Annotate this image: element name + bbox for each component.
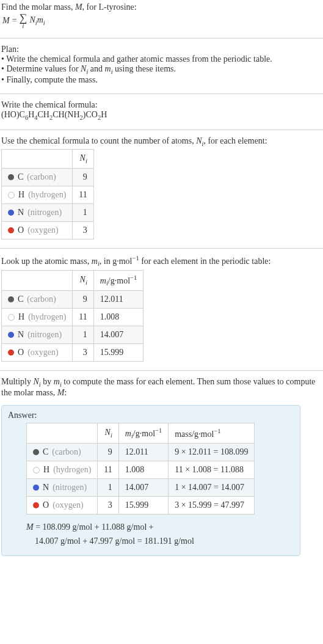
answer-table: Ni mi/g·mol−1 mass/g·mol−1 C (carbon) 9 … xyxy=(26,423,255,514)
plan2-m: m xyxy=(105,64,111,73)
count-N: N xyxy=(196,136,201,145)
el-sym: H xyxy=(18,190,24,200)
answer-label: Answer: xyxy=(8,411,294,420)
eq-N: N xyxy=(29,15,35,24)
element-cell: C (carbon) xyxy=(2,291,73,309)
el-sym: H xyxy=(18,312,24,322)
table-row: H (hydrogen) 11 xyxy=(2,186,94,204)
mul-N: N xyxy=(34,377,39,386)
cf-p2: H xyxy=(28,110,34,119)
oxygen-dot-icon xyxy=(8,227,14,233)
mi-header: mi/g·mol−1 xyxy=(93,270,143,290)
el-sym: H xyxy=(43,465,49,475)
mass-a: Look up the atomic mass, xyxy=(1,257,92,266)
final-b: 14.007 g/mol + 47.997 g/mol = 181.191 g/… xyxy=(35,536,194,546)
mass-line: Look up the atomic mass, mi, in g·mol−1 … xyxy=(1,255,322,267)
table-row: O (oxygen) 3 15.999 3 × 15.999 = 47.997 xyxy=(27,497,255,514)
hydrogen-dot-icon xyxy=(8,314,15,321)
atomic-mass-table: Ni mi/g·mol−1 C (carbon) 9 12.011 H (hyd… xyxy=(1,270,143,362)
h-mi-unit: /g·mol xyxy=(108,276,130,285)
ni-value: 1 xyxy=(98,479,118,497)
sigma-symbol: ∑ xyxy=(20,12,27,23)
table-header-row: Ni mi/g·mol−1 xyxy=(2,270,143,290)
divider xyxy=(0,93,323,94)
divider xyxy=(0,370,323,371)
carbon-dot-icon xyxy=(33,449,39,455)
nitrogen-dot-icon xyxy=(8,332,14,338)
mul-a: Multiply xyxy=(1,377,34,386)
chemical-formula-section: Write the chemical formula: (HO)C6H4CH2C… xyxy=(0,98,323,126)
ni-value: 1 xyxy=(73,204,93,222)
plan2-b: and xyxy=(88,64,104,73)
el-sym: O xyxy=(18,348,24,357)
table-row: H (hydrogen) 11 1.008 11 × 1.008 = 11.08… xyxy=(27,461,255,479)
el-name: (oxygen) xyxy=(53,500,84,510)
answer-content: Ni mi/g·mol−1 mass/g·mol−1 C (carbon) 9 … xyxy=(8,423,294,548)
sigma-icon: ∑ i xyxy=(20,12,27,29)
mass-value: 3 × 15.999 = 47.997 xyxy=(169,497,255,514)
plan-heading: Plan: xyxy=(1,45,322,54)
chemical-formula: (HO)C6H4CH2CH(NH2)CO2H xyxy=(1,110,322,121)
atomic-mass-section: Look up the atomic mass, mi, in g·mol−1 … xyxy=(0,252,323,367)
h-N: N xyxy=(80,153,85,163)
el-name: (nitrogen) xyxy=(27,208,62,218)
table-row: N (nitrogen) 1 14.007 1 × 14.007 = 14.00… xyxy=(27,479,255,497)
mass-header: mass/g·mol−1 xyxy=(169,423,255,443)
table-row: O (oxygen) 3 xyxy=(2,222,94,240)
ni-value: 3 xyxy=(73,344,93,362)
intro-line: Find the molar mass, M, for L-tyrosine: xyxy=(1,2,322,12)
element-cell: N (nitrogen) xyxy=(2,204,73,222)
cf-p4: CH(NH xyxy=(53,110,79,119)
mass-m: m xyxy=(92,257,98,266)
ni-value: 3 xyxy=(98,497,118,514)
cf-p6: H xyxy=(101,110,107,119)
mass-b: , in g·mol xyxy=(100,257,132,266)
eq-Ni-mi: Nimi xyxy=(29,15,45,26)
element-cell: N (nitrogen) xyxy=(2,326,73,344)
cf-p5: )CO xyxy=(83,110,98,119)
table-header-row: Ni mi/g·mol−1 mass/g·mol−1 xyxy=(27,423,255,443)
el-name: (carbon) xyxy=(52,447,81,457)
oxygen-dot-icon xyxy=(8,349,14,356)
mi-value: 15.999 xyxy=(118,497,168,514)
plan-section: Plan: • Write the chemical formula and g… xyxy=(0,42,323,90)
h-mi-unit: /g·mol xyxy=(133,429,155,438)
el-sym: C xyxy=(18,295,23,304)
intro-text-b: , for L-tyrosine: xyxy=(82,2,137,12)
mi-value: 12.011 xyxy=(118,444,168,461)
multiply-line: Multiply Ni by mi to compute the mass fo… xyxy=(1,377,322,398)
element-cell: H (hydrogen) xyxy=(2,186,73,204)
count-line: Use the chemical formula to count the nu… xyxy=(1,136,322,147)
el-name: (hydrogen) xyxy=(28,312,66,322)
cf-p3: CH xyxy=(38,110,49,119)
h-N-sub: i xyxy=(111,432,112,439)
plan-bullet-2: • Determine values for Ni and mi using t… xyxy=(1,64,322,75)
el-name: (oxygen) xyxy=(27,348,59,357)
answer-box: Answer: Ni mi/g·mol−1 mass/g·mol−1 C (ca… xyxy=(1,405,300,556)
h-m: m xyxy=(125,429,131,438)
el-sym: N xyxy=(43,483,49,492)
ni-value: 9 xyxy=(73,291,93,309)
divider xyxy=(0,38,323,38)
h-m: m xyxy=(100,276,106,285)
mass-c: for each element in the periodic table: xyxy=(139,257,271,266)
mi-value: 1.008 xyxy=(118,461,168,479)
mul-d: : xyxy=(64,388,67,397)
element-cell: C (carbon) xyxy=(27,444,98,461)
mul-M: M xyxy=(57,388,65,397)
el-name: (nitrogen) xyxy=(27,330,62,340)
el-name: (carbon) xyxy=(27,172,56,182)
mi-value: 1.008 xyxy=(93,309,143,326)
chem-heading: Write the chemical formula: xyxy=(1,100,322,110)
table-row: O (oxygen) 3 15.999 xyxy=(2,344,143,362)
h-mass-unit: mass/g·mol xyxy=(175,429,214,438)
element-cell: C (carbon) xyxy=(2,169,73,186)
intro-section: Find the molar mass, M, for L-tyrosine: … xyxy=(0,0,323,34)
blank-header xyxy=(2,270,73,290)
mass-value: 1 × 14.007 = 14.007 xyxy=(169,479,255,497)
el-sym: N xyxy=(18,330,24,340)
table-header-row: Ni xyxy=(2,150,94,169)
ni-value: 11 xyxy=(98,461,118,479)
mul-b: by xyxy=(41,377,54,386)
table-row: C (carbon) 9 12.011 9 × 12.011 = 108.099 xyxy=(27,444,255,461)
